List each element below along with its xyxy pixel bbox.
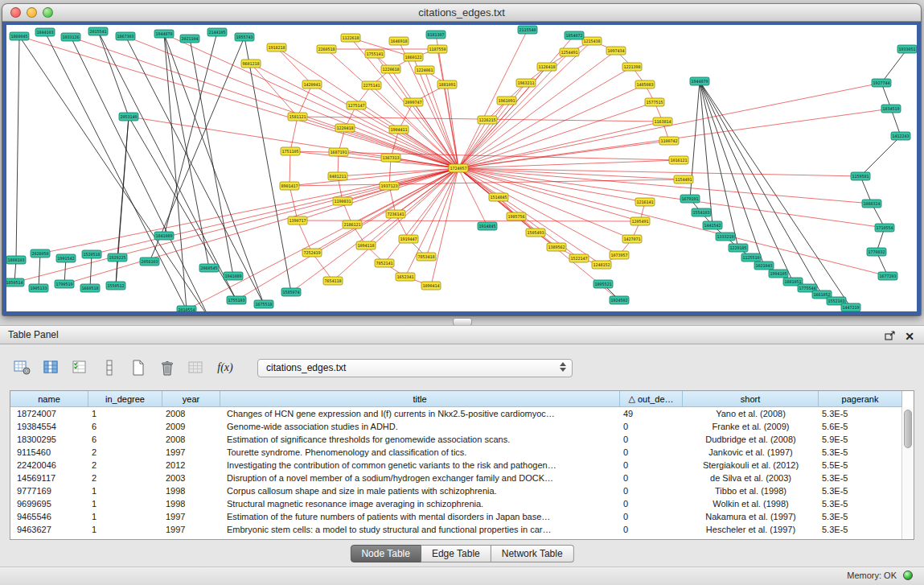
graph-edge[interactable]	[312, 168, 458, 253]
graph-edge[interactable]	[356, 105, 458, 168]
graph-node[interactable]: 1163814	[653, 117, 672, 126]
table-row[interactable]: 1456911722003Disruption of a novel membe…	[10, 472, 902, 484]
graph-node[interactable]: 1905133	[29, 284, 48, 292]
graph-edge[interactable]	[458, 30, 528, 168]
graph-node[interactable]: 7654118	[323, 277, 343, 285]
graph-node[interactable]: 1389562	[547, 243, 566, 251]
graph-node[interactable]: 1073957	[610, 251, 629, 259]
graph-node[interactable]: 1216141	[635, 198, 655, 206]
graph-edge[interactable]	[290, 151, 290, 186]
row-height-icon[interactable]	[100, 358, 119, 377]
graph-node[interactable]: 1652341	[396, 273, 415, 281]
graph-node[interactable]: 1710554	[875, 224, 894, 232]
table-scrollbar[interactable]	[901, 407, 914, 539]
graph-edge[interactable]	[150, 37, 244, 262]
graph-node[interactable]: 1215438	[582, 37, 602, 45]
graph-node[interactable]: 1660518	[80, 284, 100, 292]
graph-node[interactable]: 1924502	[610, 296, 629, 304]
graph-edge[interactable]	[190, 39, 233, 276]
graph-node[interactable]: 1805521	[593, 280, 613, 288]
graph-node[interactable]: 1944878	[154, 30, 174, 38]
table-row[interactable]: 1938455462009Genome-wide association stu…	[10, 420, 902, 433]
graph-edge[interactable]	[129, 117, 458, 168]
graph-node[interactable]: 1646918	[389, 37, 409, 45]
graph-node[interactable]: 2060545	[199, 264, 219, 272]
graph-edge[interactable]	[458, 168, 645, 202]
graph-node[interactable]: 1088324	[862, 200, 881, 208]
table-settings-icon[interactable]	[13, 358, 32, 377]
graph-node[interactable]: 1677203	[878, 272, 897, 280]
graph-edge[interactable]	[881, 49, 907, 83]
graph-node[interactable]: 1021043	[754, 262, 774, 270]
graph-node[interactable]: 1994105	[769, 270, 788, 278]
graph-node[interactable]: 1254491	[560, 48, 579, 56]
float-panel-icon[interactable]	[884, 329, 897, 342]
graph-node[interactable]: 2099747	[404, 98, 423, 106]
graph-edge[interactable]	[244, 37, 291, 292]
graph-node[interactable]: 1190831	[333, 197, 352, 205]
graph-node[interactable]: 9601218	[241, 60, 261, 68]
graph-node[interactable]: 1154491	[674, 175, 693, 183]
column-header-title[interactable]: title	[220, 391, 620, 407]
graph-node[interactable]: 1220618	[381, 65, 400, 73]
graph-edge[interactable]	[290, 117, 298, 151]
table-row[interactable]: 2242004622012Investigating the contribut…	[10, 459, 902, 472]
graph-node[interactable]: 1159581	[851, 172, 870, 180]
graph-edge[interactable]	[458, 84, 645, 168]
graph-node[interactable]: 1441542	[703, 221, 722, 229]
import-table-icon[interactable]	[187, 358, 206, 377]
graph-node[interactable]: 2053140	[119, 113, 138, 121]
graph-node[interactable]: 1955743	[235, 33, 254, 41]
graph-node[interactable]: 1226215	[478, 116, 497, 124]
graph-edge[interactable]	[458, 120, 487, 168]
graph-node[interactable]: 1412243	[891, 132, 910, 140]
table-row[interactable]: 911546021997Tourette syndrome. Phenomeno…	[10, 446, 902, 459]
select-mode-icon[interactable]	[71, 358, 90, 377]
graph-node[interactable]: 7853418	[417, 253, 436, 261]
column-header-short[interactable]: short	[683, 391, 819, 407]
network-canvas[interactable]: 1724057118755018601221220618227514112751…	[6, 25, 917, 311]
graph-edge[interactable]	[298, 220, 312, 253]
graph-edge[interactable]	[236, 168, 458, 300]
column-header-year[interactable]: year	[162, 391, 220, 407]
graph-edge[interactable]	[298, 168, 458, 220]
graph-node[interactable]: 1904411	[389, 126, 409, 134]
graph-node[interactable]: 2026050	[31, 249, 50, 257]
graph-node[interactable]: 1944879	[690, 77, 709, 85]
graph-edge[interactable]	[90, 254, 92, 288]
graph-node[interactable]: 1094118	[356, 241, 376, 249]
graph-edge[interactable]	[458, 41, 592, 168]
function-builder-icon[interactable]: f(x)	[216, 358, 235, 377]
close-panel-icon[interactable]: ✕	[905, 328, 914, 346]
graph-edge[interactable]	[39, 253, 40, 288]
graph-node[interactable]: 1933126	[61, 33, 80, 41]
graph-node[interactable]: 1016121	[669, 156, 688, 164]
graph-edge[interactable]	[298, 117, 458, 168]
graph-node[interactable]: 1333219	[716, 233, 735, 241]
graph-node[interactable]: 1844103	[35, 28, 55, 36]
graph-node[interactable]: 1755103	[227, 296, 246, 304]
graph-node[interactable]: 1522147	[569, 254, 589, 262]
graph-node[interactable]: 1841089	[154, 232, 174, 240]
graph-node[interactable]: 1520518	[82, 250, 101, 258]
graph-edge[interactable]	[458, 122, 663, 168]
graph-edge[interactable]	[458, 168, 872, 204]
graph-node[interactable]: 1927744	[872, 79, 891, 87]
graph-edge[interactable]	[458, 168, 860, 176]
graph-node[interactable]: 1097434	[606, 47, 626, 55]
graph-node[interactable]: 1122618	[341, 34, 360, 42]
graph-node[interactable]: 1918218	[267, 43, 286, 51]
graph-node[interactable]: 1390717	[288, 216, 307, 225]
column-header-pagerank[interactable]: pagerank	[819, 391, 902, 407]
tab-network-table[interactable]: Network Table	[491, 545, 574, 562]
column-header-in-degree[interactable]: in_degree	[88, 391, 162, 407]
graph-node[interactable]: 1770832	[867, 248, 886, 256]
graph-edge[interactable]	[16, 36, 19, 260]
graph-node[interactable]: 1933051	[897, 45, 917, 53]
graph-edge[interactable]	[700, 81, 713, 225]
network-window-titlebar[interactable]: citations_edges.txt	[2, 4, 921, 22]
graph-node[interactable]: 1100742	[659, 137, 679, 145]
graph-node[interactable]: 1860045	[10, 32, 29, 40]
graph-node[interactable]: 1221398	[622, 63, 642, 71]
graph-edge[interactable]	[19, 36, 458, 168]
